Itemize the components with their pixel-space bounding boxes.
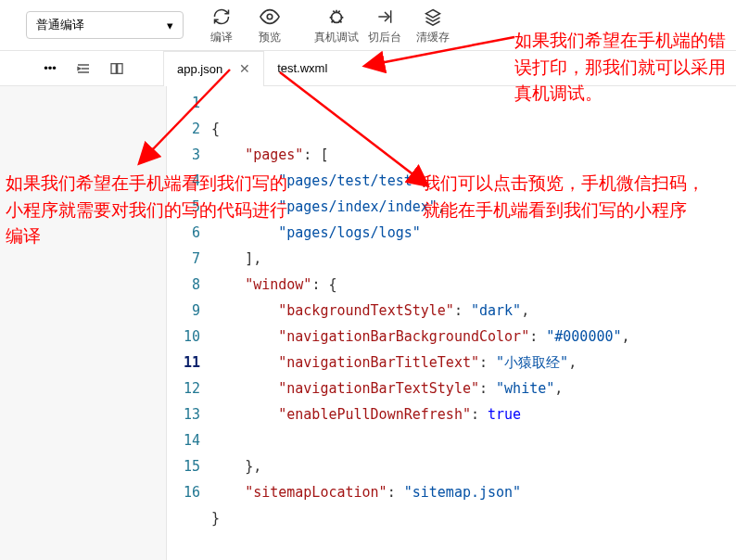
line-gutter: 1234 5678 9101112 13141516 (167, 90, 211, 560)
background-button[interactable]: 切后台 (361, 0, 409, 51)
more-icon[interactable]: ••• (37, 56, 63, 82)
chevron-down-icon: ▾ (167, 19, 173, 32)
split-icon[interactable] (104, 56, 130, 82)
eye-icon (259, 6, 281, 28)
svg-point-0 (267, 14, 273, 19)
close-icon[interactable]: ✕ (239, 61, 250, 76)
code-editor[interactable]: 1234 5678 9101112 13141516 { "pages": [ … (167, 86, 736, 560)
code-content[interactable]: { "pages": [ "pages/test/test", "pages/i… (211, 90, 736, 560)
remote-debug-button[interactable]: 真机调试 (312, 0, 361, 51)
svg-rect-2 (111, 63, 116, 73)
compile-button[interactable]: 编译 (197, 0, 246, 51)
clear-cache-button[interactable]: 清缓存 (409, 0, 457, 51)
tab-app-json[interactable]: app.json ✕ (163, 51, 264, 86)
file-explorer-panel[interactable] (0, 86, 167, 560)
tab-test-wxml[interactable]: test.wxml (264, 51, 341, 86)
preview-button[interactable]: 预览 (246, 0, 294, 51)
switch-background-icon (374, 6, 396, 28)
editor-area: 1234 5678 9101112 13141516 { "pages": [ … (0, 86, 736, 560)
indent-icon[interactable] (70, 56, 96, 82)
bug-icon (325, 6, 348, 28)
refresh-icon (210, 6, 233, 28)
layers-icon (422, 6, 444, 28)
compile-mode-label: 普通编译 (36, 17, 84, 33)
tab-bar: ••• app.json ✕ test.wxml (0, 51, 736, 86)
svg-rect-3 (118, 63, 122, 73)
compile-mode-select[interactable]: 普通编译 ▾ (26, 11, 184, 39)
main-toolbar: 普通编译 ▾ 编译 预览 真机调试 切后台 清缓存 (0, 0, 736, 51)
